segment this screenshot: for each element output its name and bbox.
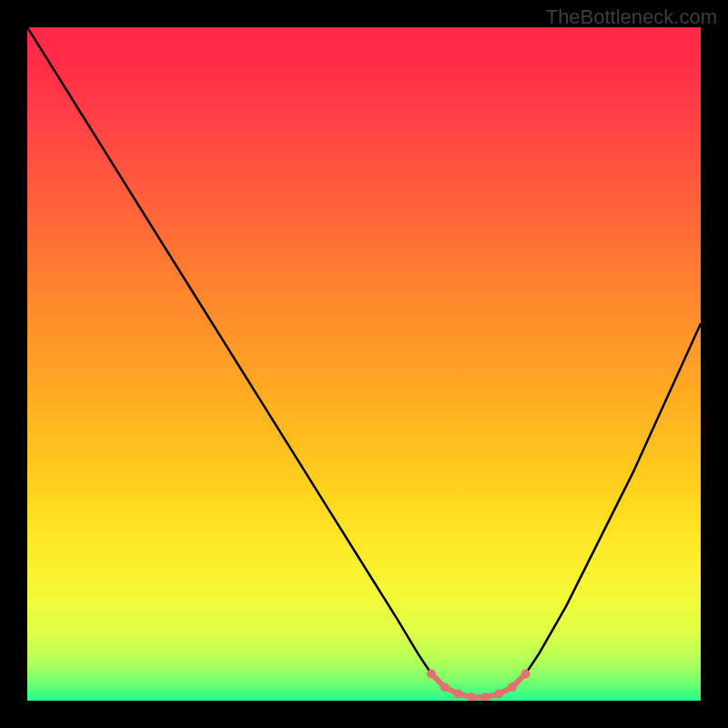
- chart-plot-area: [27, 27, 701, 701]
- bottleneck-curve: [27, 27, 701, 697]
- optimal-dot: [494, 690, 503, 699]
- optimal-dot: [521, 669, 531, 678]
- curve-svg: [27, 27, 701, 701]
- watermark-text: TheBottleneck.com: [546, 5, 717, 29]
- optimal-dot: [427, 669, 436, 678]
- optimal-dot: [454, 690, 463, 699]
- optimal-dot: [508, 682, 517, 692]
- optimal-dot: [440, 682, 450, 692]
